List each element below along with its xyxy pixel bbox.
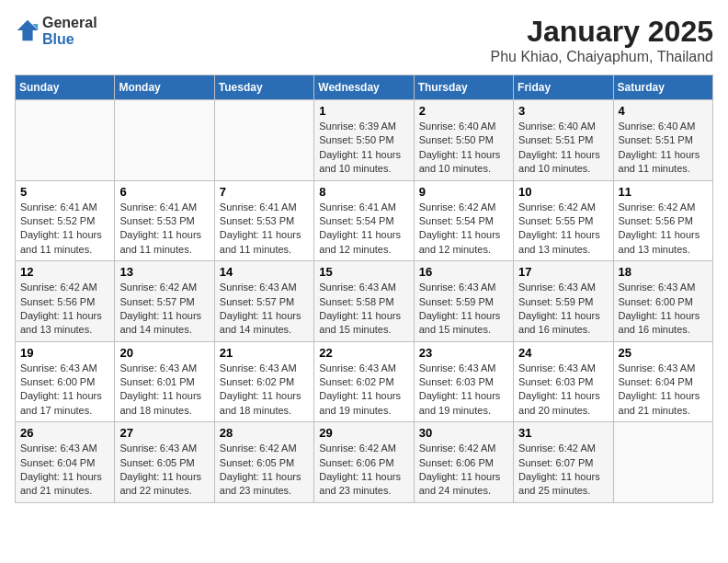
day-number: 7 (220, 185, 309, 199)
calendar-cell: 21Sunrise: 6:43 AM Sunset: 6:02 PM Dayli… (214, 341, 313, 422)
calendar-cell (214, 100, 313, 181)
day-info: Sunrise: 6:43 AM Sunset: 6:04 PM Dayligh… (20, 442, 109, 499)
day-info: Sunrise: 6:41 AM Sunset: 5:54 PM Dayligh… (319, 201, 408, 258)
calendar-cell: 6Sunrise: 6:41 AM Sunset: 5:53 PM Daylig… (115, 180, 214, 261)
calendar-cell: 17Sunrise: 6:43 AM Sunset: 5:59 PM Dayli… (514, 261, 613, 342)
day-number: 21 (220, 346, 309, 360)
day-info: Sunrise: 6:43 AM Sunset: 6:01 PM Dayligh… (119, 362, 209, 419)
day-info: Sunrise: 6:42 AM Sunset: 6:07 PM Dayligh… (518, 442, 608, 499)
day-info: Sunrise: 6:43 AM Sunset: 5:57 PM Dayligh… (220, 281, 309, 338)
logo-icon (15, 17, 40, 43)
title-block: January 2025 Phu Khiao, Chaiyaphum, Thai… (490, 15, 713, 65)
header-day-monday: Monday (115, 75, 214, 100)
day-info: Sunrise: 6:42 AM Sunset: 5:56 PM Dayligh… (619, 201, 708, 258)
day-number: 13 (119, 265, 209, 279)
day-number: 2 (419, 104, 508, 118)
calendar-cell: 15Sunrise: 6:43 AM Sunset: 5:58 PM Dayli… (314, 261, 414, 342)
calendar-cell: 31Sunrise: 6:42 AM Sunset: 6:07 PM Dayli… (514, 422, 613, 503)
calendar-cell: 2Sunrise: 6:40 AM Sunset: 5:50 PM Daylig… (414, 100, 513, 181)
calendar-cell: 28Sunrise: 6:42 AM Sunset: 6:05 PM Dayli… (214, 422, 313, 503)
day-number: 28 (220, 426, 309, 440)
day-info: Sunrise: 6:43 AM Sunset: 6:04 PM Dayligh… (619, 362, 708, 419)
day-number: 6 (119, 185, 209, 199)
day-info: Sunrise: 6:42 AM Sunset: 6:06 PM Dayligh… (419, 442, 508, 499)
calendar-cell: 16Sunrise: 6:43 AM Sunset: 5:59 PM Dayli… (414, 261, 513, 342)
calendar-cell: 25Sunrise: 6:43 AM Sunset: 6:04 PM Dayli… (613, 341, 712, 422)
day-number: 31 (518, 426, 608, 440)
day-number: 14 (220, 265, 309, 279)
day-info: Sunrise: 6:43 AM Sunset: 6:05 PM Dayligh… (119, 442, 209, 499)
day-number: 3 (518, 104, 608, 118)
calendar-cell: 9Sunrise: 6:42 AM Sunset: 5:54 PM Daylig… (414, 180, 513, 261)
day-number: 1 (319, 104, 408, 118)
day-info: Sunrise: 6:43 AM Sunset: 5:58 PM Dayligh… (319, 281, 408, 338)
header-day-wednesday: Wednesday (314, 75, 414, 100)
calendar-week-row: 12Sunrise: 6:42 AM Sunset: 5:56 PM Dayli… (16, 261, 713, 342)
day-number: 11 (619, 185, 708, 199)
calendar-week-row: 26Sunrise: 6:43 AM Sunset: 6:04 PM Dayli… (16, 422, 713, 503)
day-info: Sunrise: 6:42 AM Sunset: 6:06 PM Dayligh… (319, 442, 408, 499)
day-info: Sunrise: 6:43 AM Sunset: 6:00 PM Dayligh… (619, 281, 708, 338)
calendar-cell: 8Sunrise: 6:41 AM Sunset: 5:54 PM Daylig… (314, 180, 414, 261)
calendar-cell: 10Sunrise: 6:42 AM Sunset: 5:55 PM Dayli… (514, 180, 613, 261)
day-number: 23 (419, 346, 508, 360)
calendar-week-row: 1Sunrise: 6:39 AM Sunset: 5:50 PM Daylig… (16, 100, 713, 181)
day-number: 18 (619, 265, 708, 279)
day-number: 19 (20, 346, 109, 360)
page-header: General Blue January 2025 Phu Khiao, Cha… (15, 15, 713, 65)
calendar-cell: 23Sunrise: 6:43 AM Sunset: 6:03 PM Dayli… (414, 341, 513, 422)
logo-text: General Blue (42, 15, 97, 48)
day-info: Sunrise: 6:41 AM Sunset: 5:53 PM Dayligh… (220, 201, 309, 258)
calendar-table: SundayMondayTuesdayWednesdayThursdayFrid… (15, 75, 713, 503)
day-info: Sunrise: 6:41 AM Sunset: 5:52 PM Dayligh… (20, 201, 109, 258)
day-info: Sunrise: 6:42 AM Sunset: 5:54 PM Dayligh… (419, 201, 508, 258)
day-info: Sunrise: 6:39 AM Sunset: 5:50 PM Dayligh… (319, 120, 408, 177)
day-number: 16 (419, 265, 508, 279)
day-number: 12 (20, 265, 109, 279)
day-info: Sunrise: 6:42 AM Sunset: 5:56 PM Dayligh… (20, 281, 109, 338)
day-info: Sunrise: 6:42 AM Sunset: 6:05 PM Dayligh… (220, 442, 309, 499)
day-info: Sunrise: 6:40 AM Sunset: 5:51 PM Dayligh… (619, 120, 708, 177)
calendar-cell: 30Sunrise: 6:42 AM Sunset: 6:06 PM Dayli… (414, 422, 513, 503)
day-number: 20 (119, 346, 209, 360)
page-subtitle: Phu Khiao, Chaiyaphum, Thailand (490, 49, 713, 65)
calendar-cell: 26Sunrise: 6:43 AM Sunset: 6:04 PM Dayli… (16, 422, 115, 503)
day-info: Sunrise: 6:43 AM Sunset: 6:03 PM Dayligh… (419, 362, 508, 419)
calendar-cell: 18Sunrise: 6:43 AM Sunset: 6:00 PM Dayli… (613, 261, 712, 342)
header-day-thursday: Thursday (414, 75, 513, 100)
calendar-cell: 3Sunrise: 6:40 AM Sunset: 5:51 PM Daylig… (514, 100, 613, 181)
page-title: January 2025 (490, 15, 713, 49)
svg-marker-0 (17, 20, 38, 40)
calendar-cell: 24Sunrise: 6:43 AM Sunset: 6:03 PM Dayli… (514, 341, 613, 422)
calendar-cell: 27Sunrise: 6:43 AM Sunset: 6:05 PM Dayli… (115, 422, 214, 503)
calendar-week-row: 19Sunrise: 6:43 AM Sunset: 6:00 PM Dayli… (16, 341, 713, 422)
day-info: Sunrise: 6:43 AM Sunset: 6:03 PM Dayligh… (518, 362, 608, 419)
day-number: 8 (319, 185, 408, 199)
calendar-cell (16, 100, 115, 181)
day-number: 29 (319, 426, 408, 440)
calendar-header-row: SundayMondayTuesdayWednesdayThursdayFrid… (16, 75, 713, 100)
calendar-cell: 14Sunrise: 6:43 AM Sunset: 5:57 PM Dayli… (214, 261, 313, 342)
day-info: Sunrise: 6:42 AM Sunset: 5:57 PM Dayligh… (119, 281, 209, 338)
calendar-cell (115, 100, 214, 181)
calendar-cell: 1Sunrise: 6:39 AM Sunset: 5:50 PM Daylig… (314, 100, 414, 181)
calendar-cell: 11Sunrise: 6:42 AM Sunset: 5:56 PM Dayli… (613, 180, 712, 261)
calendar-cell: 12Sunrise: 6:42 AM Sunset: 5:56 PM Dayli… (16, 261, 115, 342)
day-info: Sunrise: 6:43 AM Sunset: 5:59 PM Dayligh… (419, 281, 508, 338)
day-number: 5 (20, 185, 109, 199)
calendar-cell: 13Sunrise: 6:42 AM Sunset: 5:57 PM Dayli… (115, 261, 214, 342)
day-info: Sunrise: 6:40 AM Sunset: 5:50 PM Dayligh… (419, 120, 508, 177)
calendar-cell: 20Sunrise: 6:43 AM Sunset: 6:01 PM Dayli… (115, 341, 214, 422)
day-number: 24 (518, 346, 608, 360)
calendar-cell (613, 422, 712, 503)
calendar-cell: 29Sunrise: 6:42 AM Sunset: 6:06 PM Dayli… (314, 422, 414, 503)
calendar-week-row: 5Sunrise: 6:41 AM Sunset: 5:52 PM Daylig… (16, 180, 713, 261)
day-info: Sunrise: 6:43 AM Sunset: 5:59 PM Dayligh… (518, 281, 608, 338)
day-number: 22 (319, 346, 408, 360)
day-number: 10 (518, 185, 608, 199)
header-day-sunday: Sunday (16, 75, 115, 100)
day-number: 25 (619, 346, 708, 360)
day-number: 30 (419, 426, 508, 440)
day-number: 15 (319, 265, 408, 279)
calendar-cell: 5Sunrise: 6:41 AM Sunset: 5:52 PM Daylig… (16, 180, 115, 261)
